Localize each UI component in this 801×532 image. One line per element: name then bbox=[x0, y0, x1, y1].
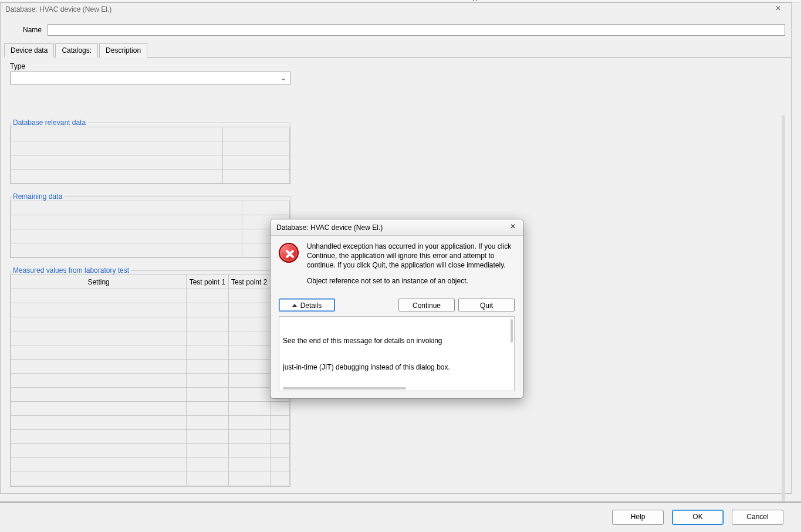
chevron-down-icon: ⌄ bbox=[280, 74, 286, 82]
table-row bbox=[11, 331, 290, 345]
fieldset-remaining-data: Remaining data bbox=[10, 192, 290, 258]
triangle-up-icon bbox=[292, 304, 297, 307]
table-row bbox=[11, 303, 290, 317]
table-row bbox=[11, 215, 290, 229]
details-button[interactable]: Details bbox=[279, 299, 335, 311]
col-tp2: Test point 2 bbox=[228, 275, 270, 289]
stack-vscrollbar[interactable] bbox=[511, 319, 513, 343]
cancel-button[interactable]: Cancel bbox=[732, 510, 783, 525]
main-button-bar: Help OK Cancel bbox=[0, 501, 801, 532]
table-row bbox=[11, 155, 290, 170]
table-row bbox=[11, 402, 290, 416]
fieldset-remaining-legend: Remaining data bbox=[11, 192, 65, 201]
table-row bbox=[11, 229, 290, 243]
table-row bbox=[11, 243, 290, 257]
close-icon: ✕ bbox=[775, 4, 781, 12]
details-label: Details bbox=[300, 301, 322, 310]
name-input[interactable] bbox=[48, 24, 785, 36]
table-row bbox=[11, 201, 290, 215]
table-row bbox=[11, 388, 290, 402]
error-icon bbox=[279, 243, 299, 263]
quit-button[interactable]: Quit bbox=[458, 299, 515, 311]
error-title: Database: HVAC device (New El.) bbox=[276, 223, 383, 232]
db-data-table bbox=[11, 127, 290, 184]
table-row bbox=[11, 345, 290, 360]
table-row bbox=[11, 289, 290, 303]
tab-device-data[interactable]: Device data bbox=[4, 43, 54, 57]
lab-values-table: Setting Test point 1 Test point 2 bbox=[11, 275, 290, 486]
table-row bbox=[11, 127, 290, 141]
col-setting: Setting bbox=[11, 275, 187, 289]
error-message: Unhandled exception has occurred in your… bbox=[307, 242, 515, 292]
table-row bbox=[11, 472, 290, 486]
fieldset-lab-values: Measured values from laboratory test Set… bbox=[10, 266, 290, 487]
table-header-row: Setting Test point 1 Test point 2 bbox=[11, 275, 290, 289]
table-row bbox=[11, 141, 290, 155]
table-row bbox=[11, 430, 290, 444]
type-dropdown[interactable]: ⌄ bbox=[10, 72, 290, 84]
continue-button[interactable]: Continue bbox=[398, 299, 455, 311]
fieldset-lab-legend: Measured values from laboratory test bbox=[11, 266, 131, 275]
fieldset-database-legend: Database relevant data bbox=[11, 118, 88, 127]
type-label: Type bbox=[10, 62, 782, 70]
tab-catalogs[interactable]: Catalogs: bbox=[55, 43, 98, 57]
main-scrollbar[interactable] bbox=[782, 115, 785, 532]
ok-button[interactable]: OK bbox=[672, 510, 724, 525]
table-row bbox=[11, 170, 290, 184]
table-row bbox=[11, 360, 290, 374]
stack-hscrollbar[interactable] bbox=[283, 387, 406, 389]
table-row bbox=[11, 444, 290, 458]
stack-line: See the end of this message for details … bbox=[283, 337, 511, 346]
parent-header-name: Name bbox=[298, 0, 317, 1]
error-message-line1: Unhandled exception has occurred in your… bbox=[307, 242, 515, 270]
col-tp1: Test point 1 bbox=[187, 275, 228, 289]
error-message-line2: Object reference not set to an instance … bbox=[307, 276, 515, 286]
name-label: Name bbox=[6, 26, 48, 34]
parent-header-device: Device type bbox=[447, 0, 484, 1]
table-row bbox=[11, 416, 290, 430]
help-button[interactable]: Help bbox=[612, 510, 664, 525]
error-dialog: Database: HVAC device (New El.) ✕ Unhand… bbox=[270, 219, 523, 399]
tab-description[interactable]: Description bbox=[99, 43, 147, 57]
main-titlebar: Database: HVAC device (New El.) bbox=[1, 3, 791, 16]
error-close-button[interactable]: ✕ bbox=[508, 222, 518, 233]
stacktrace-box[interactable]: See the end of this message for details … bbox=[279, 316, 515, 391]
tab-bar: Device data Catalogs: Description bbox=[4, 43, 791, 57]
main-close-button[interactable]: ✕ bbox=[770, 4, 786, 15]
table-row bbox=[11, 317, 290, 331]
error-titlebar: Database: HVAC device (New El.) bbox=[271, 219, 523, 236]
remaining-data-table bbox=[11, 201, 290, 257]
table-row bbox=[11, 458, 290, 472]
close-icon: ✕ bbox=[510, 222, 516, 231]
table-row bbox=[11, 374, 290, 388]
stack-line: just-in-time (JIT) debugging instead of … bbox=[283, 363, 511, 372]
fieldset-database-relevant: Database relevant data bbox=[10, 118, 290, 184]
main-title: Database: HVAC device (New El.) bbox=[5, 5, 111, 13]
